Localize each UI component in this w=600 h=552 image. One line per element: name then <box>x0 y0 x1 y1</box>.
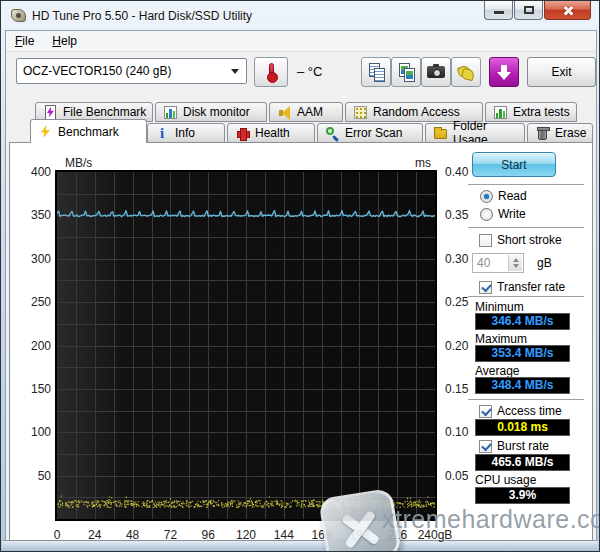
tab-disk-monitor[interactable]: Disk monitor <box>155 102 267 122</box>
copy-image-icon <box>395 59 417 85</box>
extra-tests-icon <box>493 105 508 120</box>
temperature-label: – °C <box>297 64 322 79</box>
upload-button[interactable] <box>489 57 519 87</box>
ms-axis-tick-label: 0.35 <box>445 208 481 222</box>
chevron-down-icon <box>231 69 239 74</box>
read-radio[interactable]: Read <box>480 189 527 203</box>
y-axis-tick-label: 50 <box>15 469 51 483</box>
radio-icon <box>480 190 493 203</box>
thermometer-icon <box>269 63 274 78</box>
checkbox-icon <box>479 234 492 247</box>
divider <box>468 184 584 186</box>
ms-axis-tick-label: 0.25 <box>445 295 481 309</box>
y-axis-tick-label: 100 <box>15 425 51 439</box>
menu-help[interactable]: Help <box>43 32 86 50</box>
info-icon: i <box>155 126 170 141</box>
transfer-rate-checkbox[interactable]: Transfer rate <box>479 280 565 294</box>
file-benchmark-icon <box>43 105 58 120</box>
access-time-value: 0.018 ms <box>475 419 570 436</box>
y-axis-tick-label: 150 <box>15 382 51 396</box>
ms-axis-tick-label: 0.10 <box>445 425 481 439</box>
stepper-arrows-icon[interactable] <box>508 255 522 271</box>
exit-button[interactable]: Exit <box>527 57 596 87</box>
burst-rate-checkbox[interactable]: Burst rate <box>479 439 549 453</box>
minimize-button[interactable] <box>484 1 513 20</box>
checkbox-checked-icon <box>479 405 492 418</box>
save-button[interactable] <box>451 57 481 87</box>
ms-axis-tick-label: 0.05 <box>445 469 481 483</box>
access-time-checkbox[interactable]: Access time <box>479 404 562 418</box>
app-window: HD Tune Pro 5.50 - Hard Disk/SSD Utility… <box>0 0 600 552</box>
speaker-icon <box>277 105 292 120</box>
hands-icon <box>458 65 474 79</box>
ms-axis-tick-label: 0.40 <box>445 165 481 179</box>
start-button[interactable]: Start <box>472 152 556 177</box>
ms-axis-tick-label: 0.15 <box>445 382 481 396</box>
write-radio[interactable]: Write <box>480 207 526 221</box>
radio-icon <box>480 208 493 221</box>
cpu-usage-label: CPU usage <box>475 473 536 487</box>
client-area: File Help OCZ-VECTOR150 (240 gB) – °C Ex… <box>5 30 597 541</box>
divider <box>468 296 584 298</box>
copy-text-button[interactable] <box>361 57 391 87</box>
tab-benchmark[interactable]: Benchmark <box>30 119 147 143</box>
cpu-usage-value: 3.9% <box>475 487 570 504</box>
random-access-icon <box>353 105 368 120</box>
average-label: Average <box>475 364 519 378</box>
minimize-icon <box>494 11 504 14</box>
divider <box>468 399 584 401</box>
y-axis-tick-label: 300 <box>15 252 51 266</box>
maximum-value: 353.4 MB/s <box>475 345 570 362</box>
y-axis-tick-label: 350 <box>15 208 51 222</box>
down-arrow-icon <box>497 64 511 80</box>
drive-selector-value: OCZ-VECTOR150 (240 gB) <box>23 64 172 78</box>
app-icon <box>11 9 26 22</box>
benchmark-plot <box>55 170 437 521</box>
drive-selector[interactable]: OCZ-VECTOR150 (240 gB) <box>16 58 247 84</box>
capacity-unit: gB <box>537 256 552 270</box>
close-button[interactable] <box>544 1 591 20</box>
watermark-text: xtremehardware.com <box>382 505 600 534</box>
maximize-button[interactable] <box>514 1 543 20</box>
disk-monitor-icon <box>163 105 178 120</box>
menu-bar: File Help <box>6 31 596 52</box>
folder-icon <box>433 126 448 141</box>
y-axis-tick-label: 200 <box>15 339 51 353</box>
tab-erase[interactable]: Erase <box>527 123 593 143</box>
average-value: 348.4 MB/s <box>475 377 570 394</box>
lightning-icon <box>38 124 53 139</box>
tab-info[interactable]: i Info <box>147 123 225 143</box>
tab-folder-usage[interactable]: Folder Usage <box>425 123 525 143</box>
burst-rate-value: 465.6 MB/s <box>475 454 570 471</box>
checkbox-checked-icon <box>479 440 492 453</box>
y-axis-tick-label: 400 <box>15 165 51 179</box>
y-axis-tick-label: 250 <box>15 295 51 309</box>
minimum-value: 346.4 MB/s <box>475 313 570 330</box>
checkbox-checked-icon <box>479 281 492 294</box>
trash-icon <box>535 126 550 141</box>
maximize-icon <box>524 6 534 14</box>
maximum-label: Maximum <box>475 332 527 346</box>
copy-text-icon <box>365 59 387 85</box>
right-axis-title: ms <box>415 156 431 170</box>
temperature-button[interactable] <box>254 57 288 87</box>
ms-axis-tick-label: 0.20 <box>445 339 481 353</box>
tab-health[interactable]: Health <box>227 123 315 143</box>
window-title: HD Tune Pro 5.50 - Hard Disk/SSD Utility <box>32 9 252 23</box>
copy-image-button[interactable] <box>391 57 421 87</box>
short-stroke-checkbox[interactable]: Short stroke <box>479 233 562 247</box>
left-axis-title: MB/s <box>65 156 92 170</box>
minimum-label: Minimum <box>475 300 524 314</box>
tab-error-scan[interactable]: Error Scan <box>317 123 423 143</box>
tab-aam[interactable]: AAM <box>269 102 343 122</box>
benchmark-chart <box>57 172 435 519</box>
ms-axis-tick-label: 0.30 <box>445 252 481 266</box>
health-cross-icon <box>235 126 250 141</box>
divider <box>468 227 584 229</box>
menu-file[interactable]: File <box>6 32 43 50</box>
screenshot-button[interactable] <box>421 57 451 87</box>
camera-icon <box>427 66 445 78</box>
magnifier-icon <box>325 126 340 141</box>
benchmark-panel: Start Read Write Short stroke gB Transfe… <box>9 142 593 541</box>
